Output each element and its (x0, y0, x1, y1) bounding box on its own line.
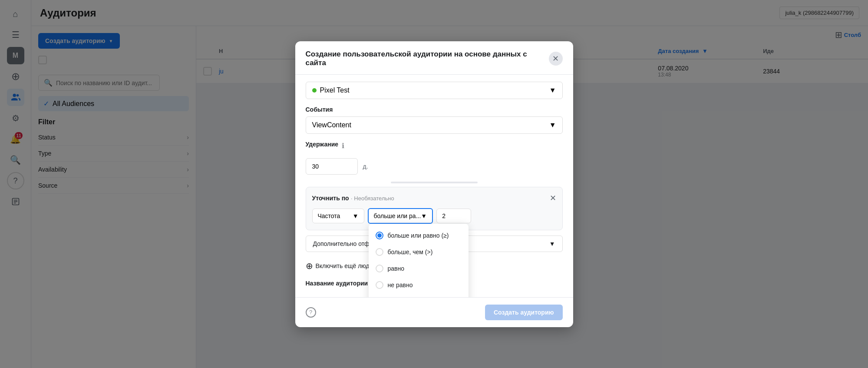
frequency-arrow: ▼ (353, 212, 359, 219)
refine-value-input[interactable] (436, 209, 471, 223)
retention-unit: д. (363, 163, 368, 170)
event-dropdown-arrow: ▼ (549, 121, 556, 129)
refine-controls: Частота ▼ больше или ра... ▼ больше или … (312, 208, 556, 224)
option-gt-label: больше, чем (>) (388, 249, 433, 255)
plus-circle-icon: ⊕ (306, 261, 313, 271)
footer-left: ? (306, 307, 316, 318)
footer-help-icon[interactable]: ? (306, 307, 316, 318)
modal-close-button[interactable]: ✕ (549, 52, 563, 66)
operator-arrow: ▼ (421, 212, 427, 219)
include-more-button[interactable]: ⊕ Включить ещё людей (306, 257, 376, 275)
refine-title: Уточнить по (312, 195, 349, 202)
modal-title: Создание пользовательской аудитории на о… (306, 50, 549, 67)
create-audience-footer-button[interactable]: Создать аудиторию (485, 305, 563, 320)
refine-header: Уточнить по · Необязательно ✕ (312, 193, 556, 203)
modal-footer: ? Создать аудиторию (295, 297, 573, 327)
option-gte[interactable]: больше или равно (≥) (369, 227, 469, 244)
option-neq-label: не равно (388, 282, 413, 288)
retention-input[interactable] (306, 158, 358, 175)
event-value: ViewContent (312, 121, 351, 129)
option-gt[interactable]: больше, чем (>) (369, 244, 469, 260)
scroll-indicator (391, 182, 478, 183)
option-lte[interactable]: меньше или равно (≤) (369, 293, 469, 297)
operator-dropdown-menu: больше или равно (≥) больше, чем (>) рав… (369, 224, 469, 297)
modal-body: Pixel Test ▼ События ViewContent ▼ Удерж… (295, 75, 573, 297)
operator-select[interactable]: больше или ра... ▼ больше или равно (≥) … (368, 208, 433, 224)
frequency-label: Частота (318, 212, 340, 219)
frequency-select[interactable]: Частота ▼ (312, 209, 364, 223)
radio-neq (376, 281, 383, 289)
retention-row: д. (306, 158, 563, 175)
events-label: События (306, 106, 563, 113)
pixel-dropdown-arrow: ▼ (549, 86, 556, 94)
radio-gt (376, 248, 383, 256)
option-neq[interactable]: не равно (369, 277, 469, 293)
operator-value: больше или ра... (374, 212, 421, 219)
pixel-value: Pixel Test (320, 86, 350, 94)
refine-close-button[interactable]: ✕ (550, 193, 556, 203)
retention-info-icon: ℹ (342, 142, 344, 150)
option-gte-label: больше или равно (≥) (388, 232, 449, 239)
include-more-label: Включить ещё людей (316, 262, 376, 269)
modal: Создание пользовательской аудитории на о… (295, 41, 573, 327)
retention-label: Удержание (306, 141, 339, 148)
option-eq-label: равно (388, 265, 405, 272)
pixel-status-dot (312, 88, 317, 93)
add-filter-arrow: ▼ (549, 240, 555, 247)
event-select[interactable]: ViewContent ▼ (306, 116, 563, 134)
refine-optional: · Необязательно (351, 195, 394, 202)
radio-eq (376, 265, 383, 272)
refine-box: Уточнить по · Необязательно ✕ Частота ▼ … (306, 187, 563, 230)
modal-header: Создание пользовательской аудитории на о… (295, 41, 573, 75)
radio-gte (376, 232, 383, 239)
pixel-select[interactable]: Pixel Test ▼ (306, 82, 563, 99)
option-eq[interactable]: равно (369, 260, 469, 277)
